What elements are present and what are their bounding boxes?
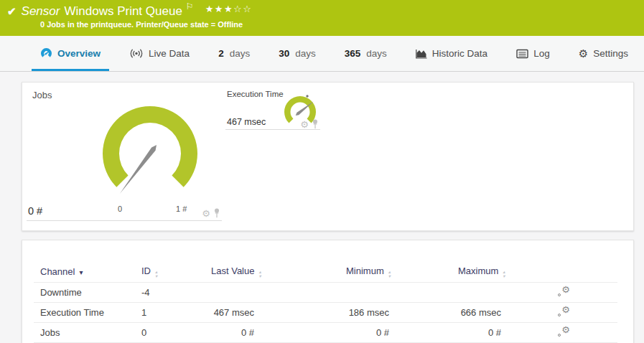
last-value-cell <box>211 282 260 302</box>
gauge-peak-marker <box>306 95 308 97</box>
column-header-maximum[interactable]: Maximum▴▾ <box>458 262 507 282</box>
spacer-cell <box>395 322 458 342</box>
column-spacer <box>395 262 458 282</box>
spacer-cell <box>395 282 458 302</box>
execution-time-gauge-actions: ⚙ <box>300 119 319 129</box>
gauge-icon <box>40 47 52 60</box>
spacer-cell <box>586 282 617 302</box>
jobs-gauge-widget: Jobs 0 # 0 1 # ⚙ <box>27 88 222 221</box>
jobs-scale-min-label: 0 <box>118 205 122 213</box>
tab-log-label: Log <box>533 48 550 59</box>
tab-overview-label: Overview <box>57 48 101 59</box>
channel-actions-cell: ⚙ <box>557 282 586 302</box>
tab-365-days-number: 365 <box>345 48 361 59</box>
column-header-last-value-label: Last Value <box>211 266 254 276</box>
area-chart-icon <box>416 48 427 59</box>
table-row: Downtime -4 ⚙ <box>34 282 617 302</box>
tab-live-data[interactable]: Live Data <box>121 36 198 71</box>
spacer-cell <box>507 282 557 302</box>
tab-settings-label: Settings <box>593 48 628 59</box>
gear-icon: ⚙ <box>579 48 588 59</box>
pin-icon[interactable] <box>213 208 220 218</box>
last-value-cell: 0 # <box>211 322 260 342</box>
channel-actions-cell: ⚙ <box>557 322 586 342</box>
tab-30-days-number: 30 <box>279 48 289 59</box>
minimum-cell: 0 # <box>346 322 395 342</box>
column-header-channel[interactable]: Channel▾ <box>34 262 141 282</box>
column-header-actions <box>557 262 586 282</box>
tab-2-days[interactable]: 2 days <box>210 36 258 71</box>
channel-id-cell: 0 <box>141 322 211 342</box>
spacer-cell <box>260 322 346 342</box>
spacer-cell <box>507 322 557 342</box>
edit-channel-gear-icon[interactable]: ⚙ <box>557 326 570 337</box>
spacer-cell <box>260 302 346 322</box>
channel-name-cell[interactable]: Downtime <box>34 282 141 302</box>
gauges-panel: Jobs 0 # 0 1 # ⚙ <box>22 82 634 231</box>
minimum-cell <box>346 282 395 302</box>
column-header-minimum[interactable]: Minimum▴▾ <box>346 262 395 282</box>
sensor-name: Windows Print Queue <box>64 4 182 19</box>
last-value-cell: 467 msec <box>211 302 260 322</box>
channel-name-cell[interactable]: Jobs <box>34 322 141 342</box>
column-header-id[interactable]: ID▴▾ <box>141 262 211 282</box>
gauge-settings-gear-icon[interactable]: ⚙ <box>300 120 309 129</box>
tab-30-days[interactable]: 30 days <box>270 36 325 71</box>
channels-table: Channel▾ ID▴▾ Last Value▴▾ Minimum▴▾ <box>34 262 617 343</box>
sensor-status-message: 0 Jobs in the printqueue. Printer/Queue … <box>40 20 637 29</box>
column-header-channel-label: Channel <box>40 266 75 277</box>
column-header-minimum-label: Minimum <box>346 266 384 276</box>
sort-toggle-icon: ▴▾ <box>503 270 505 278</box>
column-spacer <box>586 262 617 282</box>
table-row: Execution Time 1 467 msec 186 msec 666 m… <box>34 302 617 322</box>
channel-name-cell[interactable]: Execution Time <box>34 302 141 322</box>
channels-panel: Channel▾ ID▴▾ Last Value▴▾ Minimum▴▾ <box>22 240 634 343</box>
tab-365-days[interactable]: 365 days <box>336 36 396 71</box>
jobs-gauge-title: Jobs <box>32 90 52 100</box>
tab-log[interactable]: Log <box>508 36 559 71</box>
priority-stars[interactable]: ★★★☆☆ <box>205 4 253 14</box>
channel-id-cell: 1 <box>141 302 211 322</box>
flag-icon[interactable]: ⚐ <box>186 1 194 11</box>
column-spacer <box>260 262 346 282</box>
maximum-cell: 666 msec <box>458 302 507 322</box>
edit-channel-gear-icon[interactable]: ⚙ <box>557 286 570 297</box>
stars-filled[interactable]: ★★★ <box>205 4 233 14</box>
spacer-cell <box>260 282 346 302</box>
status-ok-check-icon: ✔ <box>7 5 17 18</box>
sort-desc-icon: ▾ <box>79 268 83 276</box>
sort-toggle-icon: ▴▾ <box>258 270 261 278</box>
stars-empty[interactable]: ☆☆ <box>233 4 252 14</box>
prtg-sensor-page: ✔ Sensor Windows Print Queue ⚐ ★★★☆☆ 0 J… <box>0 0 644 343</box>
jobs-scale-max-label: 1 # <box>176 205 187 213</box>
tab-settings[interactable]: ⚙ Settings <box>570 36 637 71</box>
overview-content: Jobs 0 # 0 1 # ⚙ <box>0 72 644 343</box>
object-type-label: Sensor <box>22 4 60 19</box>
spacer-cell <box>507 302 557 322</box>
jobs-current-value: 0 # <box>28 205 42 217</box>
tab-live-data-label: Live Data <box>149 48 190 59</box>
edit-channel-gear-icon[interactable]: ⚙ <box>557 306 570 317</box>
pin-icon[interactable] <box>312 119 319 129</box>
gauge-settings-gear-icon[interactable]: ⚙ <box>202 209 210 218</box>
tab-2-days-unit: days <box>230 48 251 59</box>
sensor-header: ✔ Sensor Windows Print Queue ⚐ ★★★☆☆ 0 J… <box>0 0 644 36</box>
spacer-cell <box>586 302 617 322</box>
tab-bar: Overview Live Data 2 days 30 days 365 da… <box>0 36 644 72</box>
jobs-gauge-actions: ⚙ <box>202 208 220 218</box>
column-header-last-value[interactable]: Last Value▴▾ <box>211 262 260 282</box>
column-header-id-label: ID <box>141 266 151 276</box>
tab-historic-data[interactable]: Historic Data <box>407 36 496 71</box>
live-data-icon <box>129 48 144 59</box>
spacer-cell <box>586 322 617 342</box>
table-row: Jobs 0 0 # 0 # 0 # ⚙ <box>34 322 617 342</box>
channel-actions-cell: ⚙ <box>557 302 586 322</box>
execution-time-gauge-widget: Execution Time 467 msec ⚙ <box>225 88 320 130</box>
tab-overview[interactable]: Overview <box>32 36 109 71</box>
minimum-cell: 186 msec <box>346 302 395 322</box>
tab-30-days-unit: days <box>295 48 316 59</box>
sort-toggle-icon: ▴▾ <box>388 270 391 278</box>
log-icon <box>516 49 528 59</box>
sensor-title-row: ✔ Sensor Windows Print Queue ⚐ ★★★☆☆ <box>6 4 637 19</box>
channel-id-cell: -4 <box>141 282 211 302</box>
